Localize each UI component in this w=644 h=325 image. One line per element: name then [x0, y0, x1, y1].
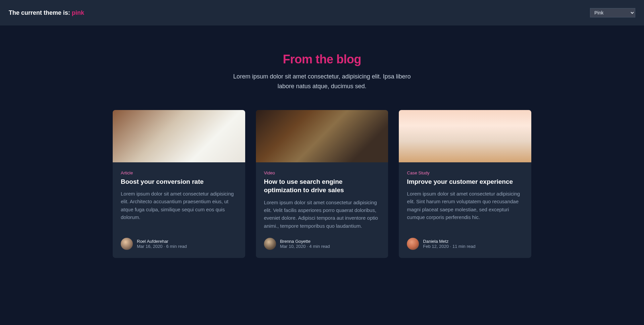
theme-name: pink	[72, 9, 84, 16]
author-block: Roel Aufderehar Mar 16, 2020 · 6 min rea…	[137, 239, 187, 249]
hero: From the blog Lorem ipsum dolor sit amet…	[113, 52, 531, 91]
card-footer: Roel Aufderehar Mar 16, 2020 · 6 min rea…	[121, 238, 237, 250]
card-image	[399, 110, 531, 162]
avatar[interactable]	[407, 238, 419, 250]
hero-title: From the blog	[113, 52, 531, 66]
card-category[interactable]: Video	[264, 170, 380, 175]
post-read-time: 4 min read	[309, 244, 330, 249]
blog-card[interactable]: Video How to use search engine optimizat…	[256, 110, 388, 258]
avatar[interactable]	[264, 238, 276, 250]
card-category[interactable]: Article	[121, 170, 237, 175]
blog-card[interactable]: Article Boost your conversion rate Lorem…	[113, 110, 245, 258]
theme-prefix-text: The current theme is:	[9, 9, 72, 16]
blog-card[interactable]: Case Study Improve your customer experie…	[399, 110, 531, 258]
cards-grid: Article Boost your conversion rate Lorem…	[113, 110, 531, 258]
card-image	[256, 110, 388, 162]
card-category[interactable]: Case Study	[407, 170, 523, 175]
post-meta: Feb 12, 2020 · 11 min read	[423, 244, 475, 249]
post-meta: Mar 16, 2020 · 6 min read	[137, 244, 187, 249]
card-title[interactable]: Improve your customer experience	[407, 177, 523, 186]
card-footer: Daniela Metz Feb 12, 2020 · 11 min read	[407, 238, 523, 250]
main-content: From the blog Lorem ipsum dolor sit amet…	[105, 25, 539, 278]
card-body: Article Boost your conversion rate Lorem…	[113, 162, 245, 258]
post-date: Feb 12, 2020	[423, 244, 449, 249]
author-block: Daniela Metz Feb 12, 2020 · 11 min read	[423, 239, 475, 249]
author-name[interactable]: Brenna Goyette	[280, 239, 330, 244]
card-footer: Brenna Goyette Mar 10, 2020 · 4 min read	[264, 238, 380, 250]
author-name[interactable]: Roel Aufderehar	[137, 239, 187, 244]
author-block: Brenna Goyette Mar 10, 2020 · 4 min read	[280, 239, 330, 249]
card-title[interactable]: Boost your conversion rate	[121, 177, 237, 186]
hero-subtitle: Lorem ipsum dolor sit amet consectetur, …	[229, 72, 415, 91]
card-image	[113, 110, 245, 162]
theme-select[interactable]: Pink	[590, 8, 635, 17]
card-body: Video How to use search engine optimizat…	[256, 162, 388, 258]
post-read-time: 6 min read	[166, 244, 186, 249]
post-date: Mar 16, 2020	[137, 244, 163, 249]
card-title[interactable]: How to use search engine optimization to…	[264, 177, 380, 195]
post-date: Mar 10, 2020	[280, 244, 306, 249]
post-read-time: 11 min read	[452, 244, 476, 249]
author-name[interactable]: Daniela Metz	[423, 239, 475, 244]
header-bar: The current theme is: pink Pink	[0, 0, 644, 25]
theme-label: The current theme is: pink	[9, 9, 84, 16]
card-excerpt: Lorem ipsum dolor sit amet consectetur a…	[264, 199, 380, 230]
avatar[interactable]	[121, 238, 133, 250]
post-meta: Mar 10, 2020 · 4 min read	[280, 244, 330, 249]
card-excerpt: Lorem ipsum dolor sit amet consectetur a…	[121, 190, 237, 230]
card-excerpt: Lorem ipsum dolor sit amet consectetur a…	[407, 190, 523, 230]
card-body: Case Study Improve your customer experie…	[399, 162, 531, 258]
